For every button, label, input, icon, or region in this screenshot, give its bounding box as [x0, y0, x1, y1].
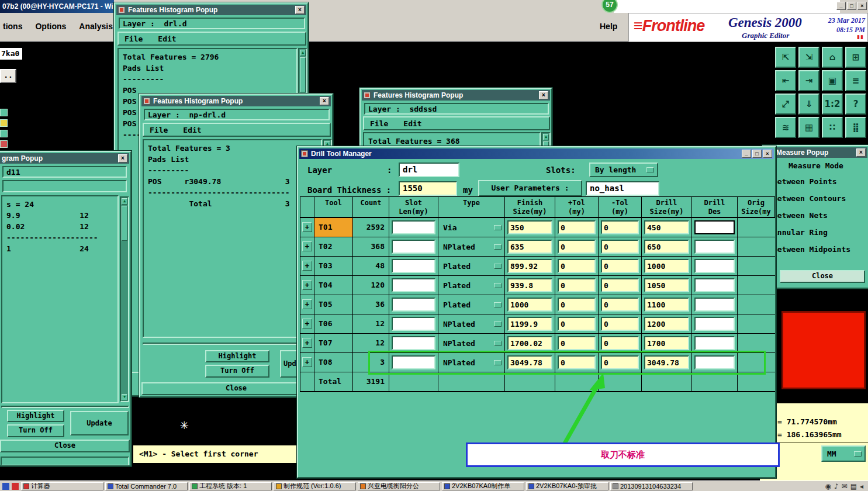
scrollbar-thumb[interactable]	[300, 57, 306, 92]
tool-cell[interactable]: T05	[314, 295, 353, 314]
layer-input[interactable]: drl	[399, 162, 459, 177]
layer-field[interactable]: d11	[2, 166, 127, 178]
plus-tol-input[interactable]	[558, 317, 596, 331]
toolbar-button[interactable]: ∷	[822, 117, 843, 138]
tray-icon[interactable]: ✉	[842, 482, 848, 490]
window-titlebar[interactable]: gram Popup ×	[0, 153, 129, 164]
row-handle-cell[interactable]: +	[300, 353, 314, 372]
drill-des-input[interactable]	[694, 220, 735, 234]
taskbar-item[interactable]: 2V2KB07KA0制作单	[442, 482, 524, 490]
tool-cell[interactable]: T08	[314, 353, 353, 372]
docked-icon-3[interactable]	[0, 130, 8, 137]
drill-size-input[interactable]	[644, 240, 689, 254]
row-handle-cell[interactable]: +	[300, 276, 314, 295]
drill-des-input[interactable]	[694, 298, 735, 312]
finish-size-input[interactable]	[507, 336, 552, 350]
type-dropdown[interactable]: NPlated	[438, 237, 505, 257]
drill-size-input[interactable]	[644, 220, 689, 234]
slot-len-input[interactable]	[392, 259, 435, 273]
scrollbar[interactable]: ▲ ▼	[120, 196, 129, 402]
menu-file[interactable]: File	[150, 126, 168, 134]
menu-edit[interactable]: Edit	[403, 119, 421, 128]
measure-mode-item[interactable]: Between Contours	[763, 190, 868, 207]
minus-tol-input[interactable]	[601, 259, 639, 273]
window-titlebar[interactable]: Features Histogram Popup ×	[141, 96, 331, 106]
finish-size-input[interactable]	[507, 259, 552, 273]
highlight-button[interactable]: Highlight	[7, 410, 64, 422]
menu-item[interactable]: Options	[35, 22, 66, 31]
drill-size-input[interactable]	[644, 259, 689, 273]
filter-field[interactable]	[2, 180, 127, 192]
tray-icon[interactable]: ♪	[834, 482, 839, 490]
type-dropdown[interactable]: Via	[438, 218, 505, 237]
taskbar-item[interactable]: 计算器	[21, 482, 103, 490]
drill-des-input[interactable]	[694, 336, 735, 350]
toolbar-button[interactable]: ⇓	[798, 94, 819, 115]
minus-tol-input[interactable]	[601, 317, 639, 331]
menu-item[interactable]: tions	[3, 22, 22, 31]
drill-size-input[interactable]	[644, 317, 689, 331]
close-icon[interactable]: ×	[295, 6, 305, 14]
plus-tol-input[interactable]	[558, 240, 596, 254]
slot-len-input[interactable]	[392, 220, 435, 234]
minus-tol-input[interactable]	[601, 336, 639, 350]
board-thickness-input[interactable]: 1550	[399, 181, 457, 196]
toolbar-button[interactable]: ⇤	[775, 70, 796, 91]
tool-cell[interactable]: T01	[314, 218, 353, 237]
row-handle-cell[interactable]: +	[300, 218, 314, 237]
tool-cell[interactable]: T06	[314, 314, 353, 334]
tool-cell[interactable]: T04	[314, 276, 353, 295]
toolbar-button[interactable]: ≋	[775, 117, 796, 138]
maximize-button[interactable]: □	[847, 2, 856, 10]
drill-size-input[interactable]	[644, 278, 689, 292]
window-titlebar[interactable]: Features Histogram Popup ×	[116, 5, 306, 15]
slot-len-input[interactable]	[392, 240, 435, 254]
close-icon[interactable]: ×	[118, 154, 127, 162]
toolbar-button[interactable]: 1:2	[822, 94, 843, 115]
finish-size-input[interactable]	[507, 298, 552, 312]
drill-des-input[interactable]	[694, 259, 735, 273]
row-handle-cell[interactable]: +	[300, 237, 314, 257]
toolbar-button[interactable]: ≡	[845, 70, 866, 91]
type-dropdown[interactable]: NPlated	[438, 314, 505, 334]
update-button[interactable]: Update	[70, 411, 129, 435]
row-handle-cell[interactable]: +	[300, 295, 314, 314]
menu-edit[interactable]: Edit	[183, 126, 201, 134]
toolbar-button[interactable]: ?	[845, 94, 866, 115]
toolbar-button[interactable]: ⌂	[822, 47, 843, 68]
scroll-up-icon[interactable]: ▲	[543, 134, 549, 140]
user-parameters-input[interactable]: no_hasl	[586, 181, 659, 196]
type-dropdown[interactable]: Plated	[438, 295, 505, 314]
turn-off-button[interactable]: Turn Off	[205, 365, 269, 378]
plus-tol-input[interactable]	[558, 259, 596, 273]
close-button[interactable]: Close	[780, 270, 865, 283]
drill-des-input[interactable]	[694, 240, 735, 254]
close-button[interactable]: Close	[0, 440, 130, 452]
toolbar-button[interactable]: ⇱	[775, 47, 796, 68]
drill-size-input[interactable]	[644, 298, 689, 312]
minus-tol-input[interactable]	[601, 278, 639, 292]
toolbar-button[interactable]: ⇲	[798, 47, 819, 68]
slot-len-input[interactable]	[392, 336, 435, 350]
menu-file[interactable]: File	[125, 34, 143, 43]
row-handle-cell[interactable]: +	[300, 257, 314, 276]
highlight-button[interactable]: Highlight	[205, 350, 269, 362]
finish-size-input[interactable]	[507, 240, 552, 254]
row-handle-cell[interactable]: +	[300, 314, 314, 334]
maximize-button[interactable]: □	[752, 150, 762, 158]
close-icon[interactable]: ×	[856, 148, 866, 157]
plus-tol-input[interactable]	[558, 336, 596, 350]
tray-icon[interactable]: ◂	[860, 482, 863, 490]
slots-dropdown[interactable]: By length	[589, 162, 658, 177]
slot-len-input[interactable]	[392, 298, 435, 312]
finish-size-input[interactable]	[507, 220, 552, 234]
scroll-up-icon[interactable]: ▲	[122, 198, 127, 205]
toolbar-button[interactable]: ⊞	[845, 47, 866, 68]
window-titlebar[interactable]: Measure Popup ×	[765, 147, 867, 158]
slot-len-input[interactable]	[392, 278, 435, 292]
plus-tol-input[interactable]	[558, 278, 596, 292]
drill-des-input[interactable]	[694, 317, 735, 331]
type-dropdown[interactable]: Plated	[438, 276, 505, 295]
measure-mode-item[interactable]: Between Nets	[763, 207, 868, 224]
tool-cell[interactable]: T07	[314, 334, 353, 353]
